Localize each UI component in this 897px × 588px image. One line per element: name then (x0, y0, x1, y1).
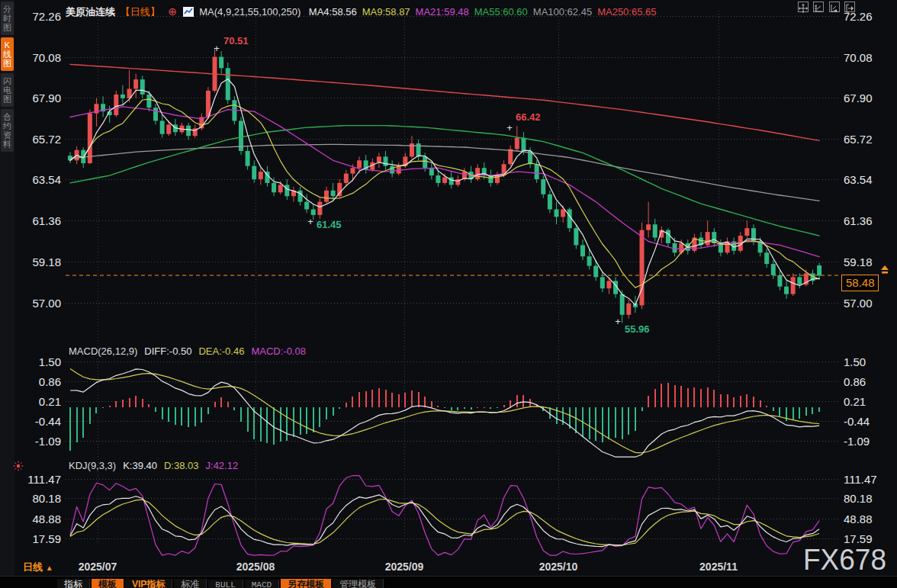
date-axis-label: 2025/07 (79, 561, 117, 573)
sidebar-tab-3[interactable]: 闪电图 (1, 73, 14, 107)
ma-value: MA250:65.65 (597, 6, 656, 18)
price-extreme-label: 66.42 (516, 111, 541, 123)
indicator-settings-icon[interactable] (13, 461, 24, 474)
toolbar-tab-5[interactable]: BULL (208, 580, 243, 588)
period-tag: 【日线】 (121, 6, 160, 18)
kdj-axis-label-left: 111.47 (21, 473, 61, 486)
chart-type-sidebar: 分时图K线图闪电图合约资料 (0, 0, 14, 588)
price-axis-label-left: 65.72 (21, 133, 61, 146)
price-axis-label-right: 65.72 (844, 133, 873, 146)
macd-axis-label-right: -1.09 (844, 435, 870, 448)
toolbar-tab-3[interactable]: VIP指标 (125, 579, 172, 588)
macd-axis-label-right: 0.21 (844, 395, 866, 408)
watermark: FX678 (803, 544, 886, 577)
kdj-axis-label-left: 17.59 (21, 532, 61, 545)
kdj-legend-item: D:38.03 (164, 460, 199, 471)
price-axis-label-right: 59.18 (844, 255, 873, 268)
pan-icon[interactable] (798, 2, 809, 12)
macd-legend: MACD(26,12,9)DIFF:-0.50DEA:-0.46MACD:-0.… (69, 345, 313, 357)
kdj-legend: KDJ(9,3,3)K:39.40D:38.03J:42.12 (69, 460, 245, 471)
crosshair-marker-icon: + (307, 216, 313, 227)
kdj-axis-label-right: 111.47 (844, 473, 877, 486)
price-axis-label-left: 63.54 (21, 173, 61, 186)
ma-value: MA9:58.87 (362, 6, 410, 18)
macd-axis-label-right: -0.44 (844, 415, 870, 428)
price-axis-label-right: 61.36 (844, 214, 873, 227)
date-axis-label: 2025/09 (385, 561, 424, 573)
date-axis-label: 2025/10 (539, 561, 578, 573)
price-axis-label-left: 67.90 (21, 92, 61, 104)
symbol-title: 美原油连续 (66, 6, 115, 18)
date-axis-label: 2025/11 (699, 561, 738, 573)
price-axis-label-right: 57.00 (844, 297, 873, 310)
price-axis-label-right: 67.90 (844, 92, 873, 104)
last-price-label: 58.48 (841, 275, 879, 291)
toolbar-tab-7[interactable]: 另存模板 (281, 579, 331, 588)
macd-axis-label-left: -1.09 (21, 435, 61, 448)
sidebar-tab-4[interactable]: 合约资料 (1, 109, 14, 152)
mini-chart-icon[interactable] (183, 7, 194, 17)
trading-app-window: 分时图K线图闪电图合约资料 美原油连续 【日线】 ⊕ MA(4,9,21,55,… (0, 0, 897, 588)
price-axis-label-left: 72.26 (21, 10, 61, 23)
price-axis-label-right: 72.26 (844, 10, 873, 23)
macd-legend-item: DIFF:-0.50 (144, 345, 191, 357)
price-axis-label-left: 70.08 (21, 51, 61, 64)
toolbar-tab-6[interactable]: MACD (245, 580, 279, 588)
kdj-legend-item: K:39.40 (123, 460, 157, 471)
kdj-axis-label-left: 80.18 (21, 492, 61, 505)
kdj-axis-label-right: 48.88 (844, 512, 873, 525)
kdj-axis-label-right: 17.59 (844, 532, 873, 545)
ma-value: MA100:62.45 (533, 6, 592, 18)
scale-right-icon[interactable] (829, 2, 840, 12)
price-extreme-label: 55.96 (625, 323, 650, 335)
period-selector[interactable]: 日线 ▲ (23, 561, 53, 574)
ma-value: MA21:59.48 (416, 6, 469, 18)
macd-axis-label-right: 1.50 (844, 355, 866, 368)
sidebar-tab-2[interactable]: K线图 (1, 37, 14, 71)
toolbar-tab-1[interactable]: 指标 (57, 579, 90, 588)
ma-value: MA55:60.60 (474, 6, 528, 18)
crosshair-marker-icon: + (615, 316, 621, 327)
scale-left-icon[interactable] (813, 2, 824, 12)
price-axis-label-left: 59.18 (21, 255, 61, 268)
chevron-up-icon: ▲ (46, 564, 53, 572)
crosshair-marker-icon: + (506, 122, 513, 133)
kdj-legend-item: J:42.12 (206, 460, 239, 471)
kdj-axis-label-left: 48.88 (21, 512, 61, 525)
macd-legend-item: MACD(26,12,9) (69, 345, 137, 357)
ma-values: MA4:58.56MA9:58.87MA21:59.48MA55:60.60MA… (309, 6, 662, 18)
macd-axis-label-left: -0.44 (21, 415, 61, 428)
macd-legend-item: MACD:-0.08 (251, 345, 306, 357)
sidebar-tab-1[interactable]: 分时图 (1, 2, 14, 35)
price-extreme-label: 70.51 (223, 35, 249, 47)
macd-legend-item: DEA:-0.46 (198, 345, 244, 357)
chart-header-legend: 美原油连续 【日线】 ⊕ MA(4,9,21,55,100,250) MA4:5… (66, 5, 667, 19)
date-axis-label: 2025/08 (236, 561, 275, 573)
indicator-toolbar: 指标模板VIP指标标准BULLMACD另存模板管理模板 (0, 576, 897, 588)
crosshair-marker-icon: + (214, 43, 220, 54)
kdj-legend-item: KDJ(9,3,3) (69, 460, 116, 471)
price-axis-label-left: 57.00 (21, 297, 61, 310)
macd-axis-label-right: 0.86 (844, 375, 866, 388)
price-chart-canvas[interactable] (0, 0, 897, 588)
price-axis-label-right: 63.54 (844, 173, 873, 186)
price-axis-label-right: 70.08 (844, 51, 873, 64)
toolbar-tab-8[interactable]: 管理模板 (333, 579, 384, 588)
macd-axis-label-left: 0.86 (21, 375, 61, 388)
ma-value: MA4:58.56 (309, 6, 357, 18)
price-up-marker-icon (879, 264, 890, 278)
add-indicator-icon[interactable]: ⊕ (168, 5, 177, 18)
macd-axis-label-left: 1.50 (21, 355, 61, 368)
macd-axis-label-left: 0.21 (21, 395, 61, 408)
price-extreme-label: 61.45 (317, 219, 342, 230)
toolbar-tab-4[interactable]: 标准 (174, 579, 207, 588)
price-axis-label-left: 61.36 (21, 214, 61, 227)
date-axis-row: 日线 ▲ 2025/072025/082025/092025/102025/11 (0, 557, 897, 576)
kdj-axis-label-right: 80.18 (844, 492, 873, 505)
toolbar-tab-2[interactable]: 模板 (92, 579, 124, 588)
ma-params-label: MA(4,9,21,55,100,250) (199, 6, 301, 18)
